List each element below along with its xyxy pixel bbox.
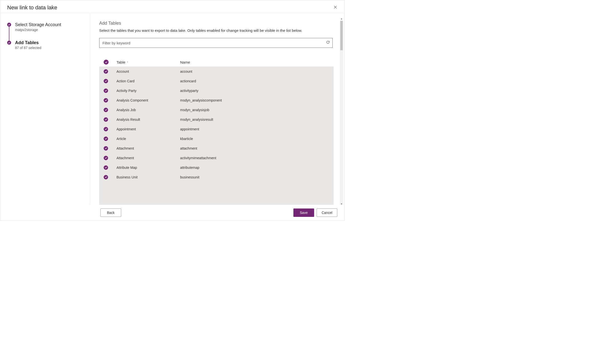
cell-table: Analysis Component	[116, 98, 180, 102]
step-complete-icon	[7, 23, 11, 27]
table-row[interactable]: Analysis Jobmsdyn_analysisjob	[99, 105, 334, 115]
cell-table: Analysis Job	[116, 108, 180, 112]
sort-asc-icon: ↑	[127, 60, 128, 64]
cell-name: attributemap	[180, 166, 334, 170]
column-header-table[interactable]: Table ↑	[116, 60, 180, 64]
tables-list: Table ↑ Name AccountaccountAction Cardac…	[99, 58, 334, 205]
cell-table: Account	[116, 69, 180, 73]
cell-table: Article	[116, 137, 180, 141]
row-checkbox[interactable]	[104, 165, 108, 170]
dialog: New link to data lake Select Storage Acc…	[0, 0, 344, 221]
row-checkbox[interactable]	[104, 108, 108, 112]
save-button[interactable]: Save	[293, 208, 314, 217]
row-checkbox[interactable]	[104, 79, 108, 83]
cell-name: msdyn_analysisjob	[180, 108, 334, 112]
row-checkbox[interactable]	[104, 175, 108, 179]
cell-name: appointment	[180, 127, 334, 131]
cell-table: Business Unit	[116, 175, 180, 179]
table-row[interactable]: Analysis Componentmsdyn_analysiscomponen…	[99, 95, 334, 105]
row-checkbox[interactable]	[104, 69, 108, 74]
cell-name: businessunit	[180, 175, 334, 179]
row-checkbox[interactable]	[104, 117, 108, 122]
row-checkbox[interactable]	[104, 127, 108, 131]
cell-name: actioncard	[180, 79, 334, 83]
wizard-steps: Select Storage Accountmatpv2storageAdd T…	[0, 13, 90, 205]
dialog-header: New link to data lake	[0, 0, 344, 13]
cell-name: msdyn_analysisresult	[180, 118, 334, 121]
row-checkbox[interactable]	[104, 137, 108, 141]
filter-input[interactable]	[99, 38, 333, 48]
wizard-step[interactable]: Select Storage Accountmatpv2storage	[7, 22, 84, 40]
table-row[interactable]: Appointmentappointment	[99, 124, 334, 134]
cell-name: activitymimeattachment	[180, 156, 334, 160]
table-row[interactable]: Attribute Mapattributemap	[99, 163, 334, 172]
close-button[interactable]	[331, 4, 339, 12]
cell-table: Attachment	[116, 156, 180, 160]
cell-name: kbarticle	[180, 137, 334, 141]
scrollbar[interactable]: ▲ ▼	[340, 21, 343, 205]
table-row[interactable]: Analysis Resultmsdyn_analysisresult	[99, 115, 334, 124]
table-row[interactable]: Attachmentattachment	[99, 143, 334, 153]
cell-table: Activity Party	[116, 89, 180, 93]
wizard-step[interactable]: Add Tables87 of 87 selected	[7, 40, 84, 50]
row-checkbox[interactable]	[104, 156, 108, 160]
column-header-name[interactable]: Name	[180, 60, 334, 64]
cancel-button[interactable]: Cancel	[317, 208, 337, 217]
table-row[interactable]: Articlekbarticle	[99, 134, 334, 143]
cell-name: account	[180, 69, 334, 73]
row-checkbox[interactable]	[104, 98, 108, 103]
filter-wrap	[99, 38, 333, 48]
table-row[interactable]: Attachmentactivitymimeattachment	[99, 153, 334, 163]
panel-heading: Add Tables	[99, 21, 339, 26]
cell-table: Attribute Map	[116, 166, 180, 170]
select-all-checkbox[interactable]	[104, 60, 109, 65]
back-button[interactable]: Back	[100, 208, 121, 217]
main-panel: Add Tables Select the tables that you wa…	[90, 13, 344, 205]
dialog-footer: Back Save Cancel	[0, 205, 344, 221]
cell-table: Action Card	[116, 79, 180, 83]
cell-table: Analysis Result	[116, 118, 180, 121]
table-body: AccountaccountAction CardactioncardActiv…	[99, 67, 334, 205]
scroll-down-icon: ▼	[340, 203, 343, 205]
close-icon	[334, 5, 337, 10]
scroll-up-icon: ▲	[340, 17, 343, 20]
table-header-row: Table ↑ Name	[99, 58, 334, 67]
scrollbar-thumb[interactable]	[340, 21, 343, 50]
table-row[interactable]: Business Unitbusinessunit	[99, 172, 334, 182]
cell-name: activityparty	[180, 89, 334, 93]
table-row[interactable]: Accountaccount	[99, 67, 334, 76]
cell-table: Attachment	[116, 146, 180, 150]
dialog-title: New link to data lake	[7, 4, 57, 11]
cell-name: msdyn_analysiscomponent	[180, 98, 334, 102]
step-connector	[9, 27, 9, 41]
step-title: Add Tables	[15, 40, 41, 45]
dialog-body: Select Storage Accountmatpv2storageAdd T…	[0, 13, 344, 205]
table-row[interactable]: Activity Partyactivityparty	[99, 86, 334, 95]
step-subtitle: matpv2storage	[15, 28, 61, 32]
cell-name: attachment	[180, 146, 334, 150]
step-title: Select Storage Account	[15, 22, 61, 27]
row-checkbox[interactable]	[104, 146, 108, 151]
panel-description: Select the tables that you want to expor…	[99, 28, 339, 33]
row-checkbox[interactable]	[104, 88, 108, 93]
step-complete-icon	[7, 41, 11, 45]
cell-table: Appointment	[116, 127, 180, 131]
table-row[interactable]: Action Cardactioncard	[99, 76, 334, 86]
step-subtitle: 87 of 87 selected	[15, 46, 41, 50]
